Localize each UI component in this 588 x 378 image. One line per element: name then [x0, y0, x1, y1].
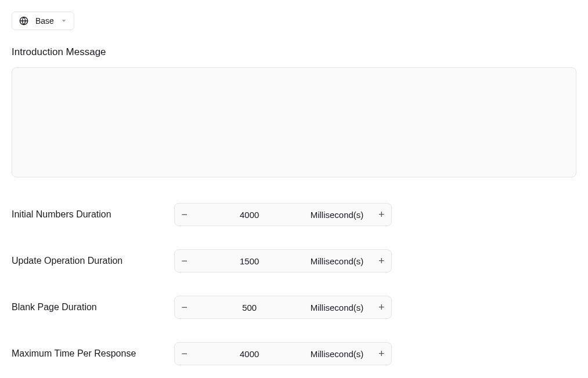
stepper-value-input[interactable]	[194, 343, 305, 365]
caret-down-icon	[61, 18, 67, 24]
stepper-unit: Millisecond(s)	[305, 343, 372, 365]
stepper-unit: Millisecond(s)	[305, 203, 372, 226]
field-initial-numbers-duration: Initial Numbers Duration − Millisecond(s…	[12, 203, 576, 226]
decrement-button[interactable]: −	[175, 203, 194, 226]
stepper-value-input[interactable]	[194, 250, 305, 272]
decrement-button[interactable]: −	[175, 296, 194, 318]
stepper-value-input[interactable]	[194, 203, 305, 226]
field-blank-page-duration: Blank Page Duration − Millisecond(s) +	[12, 296, 576, 319]
language-selector-label: Base	[35, 16, 54, 26]
increment-button[interactable]: +	[371, 250, 391, 272]
stepper-blank-page-duration: − Millisecond(s) +	[174, 296, 392, 319]
decrement-button[interactable]: −	[175, 343, 194, 365]
stepper-unit: Millisecond(s)	[305, 296, 372, 318]
field-max-time-per-response: Maximum Time Per Response − Millisecond(…	[12, 342, 576, 365]
field-label: Maximum Time Per Response	[12, 348, 174, 359]
intro-message-textarea[interactable]	[12, 67, 576, 177]
field-update-operation-duration: Update Operation Duration − Millisecond(…	[12, 249, 576, 272]
decrement-button[interactable]: −	[175, 250, 194, 272]
stepper-value-input[interactable]	[194, 296, 305, 318]
globe-icon	[19, 16, 28, 26]
increment-button[interactable]: +	[371, 203, 391, 226]
stepper-initial-numbers-duration: − Millisecond(s) +	[174, 203, 392, 226]
stepper-unit: Millisecond(s)	[305, 250, 372, 272]
intro-message-title: Introduction Message	[12, 46, 576, 58]
language-selector[interactable]: Base	[12, 12, 74, 30]
stepper-max-time-per-response: − Millisecond(s) +	[174, 342, 392, 365]
stepper-update-operation-duration: − Millisecond(s) +	[174, 249, 392, 272]
field-label: Initial Numbers Duration	[12, 209, 174, 220]
increment-button[interactable]: +	[371, 296, 391, 318]
field-label: Blank Page Duration	[12, 302, 174, 312]
field-label: Update Operation Duration	[12, 256, 174, 266]
increment-button[interactable]: +	[371, 343, 391, 365]
